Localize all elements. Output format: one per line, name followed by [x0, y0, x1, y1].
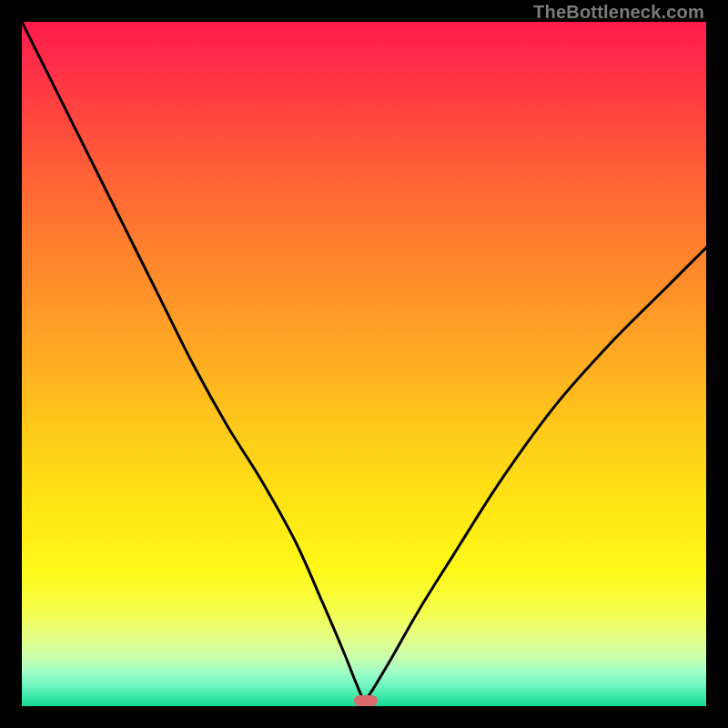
bottleneck-curve [22, 22, 706, 706]
chart-frame: TheBottleneck.com [0, 0, 728, 728]
plot-area [22, 22, 706, 706]
attribution-label: TheBottleneck.com [533, 2, 704, 23]
optimal-point-marker [354, 695, 378, 706]
